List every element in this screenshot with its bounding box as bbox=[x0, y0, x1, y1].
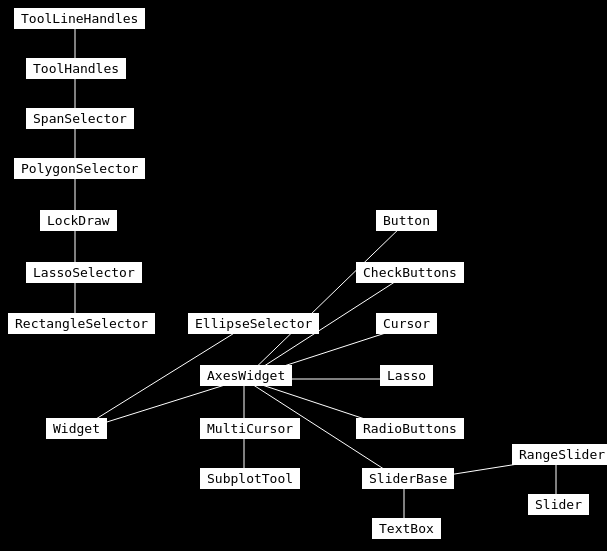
node-widget: Widget bbox=[46, 418, 107, 439]
node-checkbuttons: CheckButtons bbox=[356, 262, 464, 283]
node-radiobuttons: RadioButtons bbox=[356, 418, 464, 439]
node-lasso: Lasso bbox=[380, 365, 433, 386]
node-lockdraw: LockDraw bbox=[40, 210, 117, 231]
node-slider: Slider bbox=[528, 494, 589, 515]
node-toollinehandles: ToolLineHandles bbox=[14, 8, 145, 29]
node-lassoselector: LassoSelector bbox=[26, 262, 142, 283]
node-cursor: Cursor bbox=[376, 313, 437, 334]
node-multicursor: MultiCursor bbox=[200, 418, 300, 439]
node-button: Button bbox=[376, 210, 437, 231]
node-subplottool: SubplotTool bbox=[200, 468, 300, 489]
node-spanselector: SpanSelector bbox=[26, 108, 134, 129]
node-toolhandles: ToolHandles bbox=[26, 58, 126, 79]
node-polygonselector: PolygonSelector bbox=[14, 158, 145, 179]
svg-line-9 bbox=[244, 224, 404, 379]
node-sliderbase: SliderBase bbox=[362, 468, 454, 489]
node-axeswidget: AxesWidget bbox=[200, 365, 292, 386]
node-rectangleselector: RectangleSelector bbox=[8, 313, 155, 334]
node-textbox: TextBox bbox=[372, 518, 441, 539]
node-rangeslider: RangeSlider bbox=[512, 444, 607, 465]
node-ellipseselector: EllipseSelector bbox=[188, 313, 319, 334]
